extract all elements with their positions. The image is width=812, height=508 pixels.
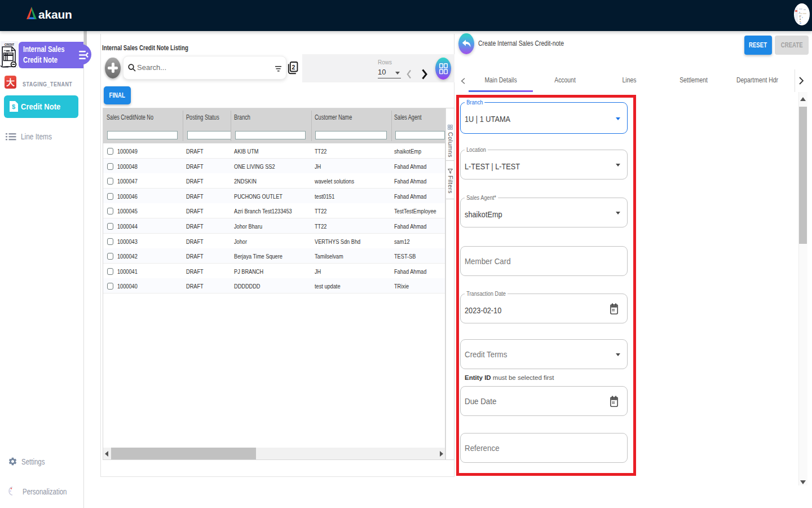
svg-text:$: $ [12,103,15,110]
svg-text:2: 2 [292,64,295,71]
svg-text:CREDIT: CREDIT [5,43,14,46]
